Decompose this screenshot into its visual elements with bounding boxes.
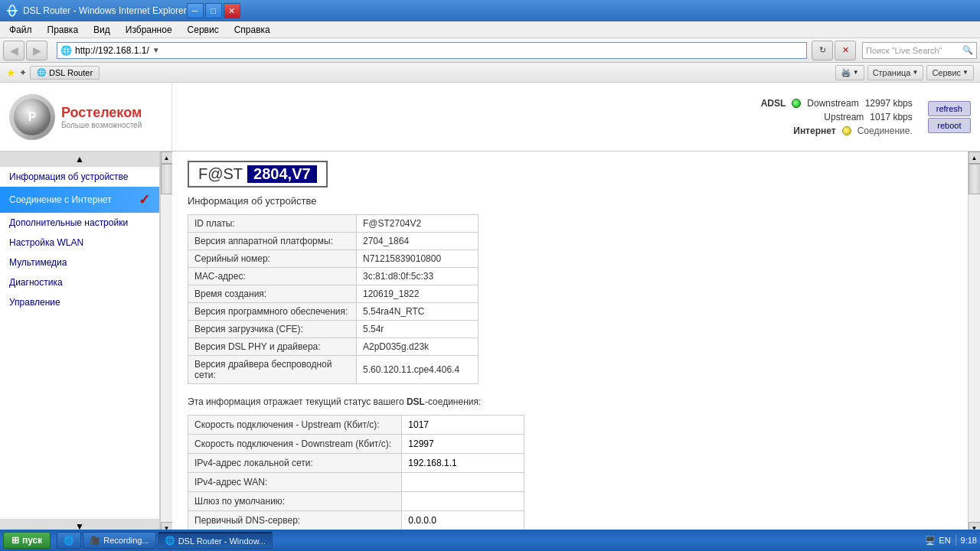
sidebar-scroll-up[interactable]: ▲ bbox=[0, 152, 159, 167]
refresh-button[interactable]: ↻ bbox=[812, 41, 833, 60]
dsl-info-text: Эта информация отражает текущий статус в… bbox=[188, 396, 952, 407]
titlebar: DSL Router - Windows Internet Explorer ─… bbox=[0, 0, 980, 21]
brand-name: Ростелеком bbox=[61, 105, 142, 121]
upstream-row: Upstream 1017 kbps bbox=[778, 112, 912, 122]
content-scrollbar[interactable]: ▲ ▼ bbox=[968, 152, 980, 534]
sidebar-item-multimedia[interactable]: Мультимедиа bbox=[0, 253, 159, 272]
fav-tab-label: DSL Router bbox=[49, 68, 93, 77]
maximize-button[interactable]: □ bbox=[205, 3, 222, 18]
taskbar-dsl-router[interactable]: 🌐 DSL Router - Window... bbox=[158, 532, 273, 549]
table-row: IPv4-адрес локальной сети: 192.168.1.1 bbox=[188, 454, 524, 473]
adsl-status-row: ADSL Downstream 12997 kbps bbox=[761, 98, 913, 109]
add-favorites-icon[interactable]: ✦ bbox=[19, 67, 27, 78]
field-value-6: 5.54r bbox=[357, 321, 479, 338]
table-row: ID платы: F@ST2704V2 bbox=[188, 215, 479, 233]
conn-label-4: Шлюз по умолчанию: bbox=[188, 492, 402, 511]
address-icon: 🌐 bbox=[60, 45, 72, 56]
internet-led bbox=[842, 126, 851, 135]
field-value-8: 5.60.120.11.cpe4.406.4 bbox=[357, 356, 479, 384]
taskbar: ⊞ пуск 🌐 🎥 Recording... 🌐 DSL Router - W… bbox=[0, 530, 980, 551]
field-label-5: Версия программного обеспечения: bbox=[188, 303, 357, 321]
fav-tab-icon: 🌐 bbox=[37, 68, 46, 77]
field-label-3: МАС-адрес: bbox=[188, 268, 357, 285]
table-row: Версия драйвера беспроводной сети: 5.60.… bbox=[188, 356, 479, 384]
field-value-5: 5.54ra4N_RTC bbox=[357, 303, 479, 321]
menu-view[interactable]: Вид bbox=[90, 23, 113, 37]
close-button[interactable]: ✕ bbox=[224, 3, 240, 18]
conn-label-1: Скорость подключения - Downstream (Кбит/… bbox=[188, 435, 402, 454]
conn-value-3 bbox=[402, 473, 524, 492]
minimize-button[interactable]: ─ bbox=[187, 3, 204, 18]
clock: 9:18 bbox=[961, 536, 977, 545]
stop-button[interactable]: ✕ bbox=[835, 41, 856, 60]
section-header: Информация об устройстве bbox=[188, 195, 952, 207]
content-scroll-up[interactable]: ▲ bbox=[969, 152, 981, 164]
menu-file[interactable]: Файл bbox=[6, 23, 35, 37]
menu-edit[interactable]: Правка bbox=[44, 23, 82, 37]
ie-icon-small: 🌐 bbox=[64, 536, 74, 546]
field-label-7: Версия DSL PHY и драйвера: bbox=[188, 338, 357, 356]
tray-separator bbox=[956, 535, 956, 546]
windows-icon: ⊞ bbox=[11, 535, 19, 546]
conn-value-2: 192.168.1.1 bbox=[402, 454, 524, 473]
page-button[interactable]: Страница ▼ bbox=[867, 65, 924, 80]
sidebar-scroll-thumb[interactable] bbox=[161, 164, 173, 194]
favorites-bar: ★ ✦ 🌐 DSL Router 🖨️ ▼ Страница ▼ Сервис … bbox=[0, 63, 980, 83]
start-label: пуск bbox=[22, 535, 42, 546]
favorites-star-icon[interactable]: ★ bbox=[6, 67, 16, 79]
conn-label-5: Первичный DNS-сервер: bbox=[188, 511, 402, 530]
sidebar-item-diagnostics[interactable]: Диагностика bbox=[0, 272, 159, 292]
menu-help[interactable]: Справка bbox=[231, 23, 273, 37]
connection-table: Скорость подключения - Upstream (Кбит/с)… bbox=[188, 415, 524, 534]
device-title-right: 2804,V7 bbox=[247, 165, 317, 183]
field-value-3: 3c:81:d8:0f:5c:33 bbox=[357, 268, 479, 285]
conn-value-5: 0.0.0.0 bbox=[402, 511, 524, 530]
sidebar-item-info[interactable]: Информация об устройстве bbox=[0, 167, 159, 187]
upstream-label: Upstream bbox=[824, 112, 864, 122]
address-bar[interactable]: 🌐 http://192.168.1.1/ ▼ bbox=[57, 42, 807, 59]
forward-button[interactable]: ▶ bbox=[26, 41, 47, 60]
table-row: Версия программного обеспечения: 5.54ra4… bbox=[188, 303, 479, 321]
conn-value-0: 1017 bbox=[402, 416, 524, 435]
favorites-tab[interactable]: 🌐 DSL Router bbox=[30, 66, 100, 80]
menubar: Файл Правка Вид Избранное Сервис Справка bbox=[0, 21, 980, 38]
sidebar-item-internet[interactable]: Соединение с Интернет ✓ bbox=[0, 187, 159, 213]
field-label-0: ID платы: bbox=[188, 215, 357, 233]
menu-favorites[interactable]: Избранное bbox=[122, 23, 175, 37]
conn-label-0: Скорость подключения - Upstream (Кбит/с)… bbox=[188, 416, 402, 435]
menu-tools[interactable]: Сервис bbox=[185, 23, 222, 37]
search-placeholder: Поиск "Live Search" bbox=[866, 46, 962, 55]
ie-icon bbox=[6, 5, 18, 17]
table-row: Скорость подключения - Upstream (Кбит/с)… bbox=[188, 416, 524, 435]
content-scroll-thumb[interactable] bbox=[969, 164, 981, 194]
address-text: http://192.168.1.1/ bbox=[75, 45, 149, 56]
active-checkmark: ✓ bbox=[139, 191, 150, 208]
sidebar-scroll-up-arrow[interactable]: ▲ bbox=[161, 152, 173, 164]
table-row: Шлюз по умолчанию: bbox=[188, 492, 524, 511]
field-value-1: 2704_1864 bbox=[357, 233, 479, 250]
print-button[interactable]: 🖨️ ▼ bbox=[835, 65, 864, 80]
internet-status-row: Интернет Соединение. bbox=[793, 126, 913, 136]
conn-label-3: IPv4-адрес WAN: bbox=[188, 473, 402, 492]
taskbar-ie-icon[interactable]: 🌐 bbox=[57, 532, 81, 549]
taskbar-recording[interactable]: 🎥 Recording... bbox=[83, 532, 155, 549]
reboot-button[interactable]: reboot bbox=[928, 118, 971, 133]
conn-label-2: IPv4-адрес локальной сети: bbox=[188, 454, 402, 473]
sidebar-scrollbar[interactable]: ▲ ▼ bbox=[160, 152, 172, 534]
sidebar-item-additional[interactable]: Дополнительные настройки bbox=[0, 213, 159, 233]
browser-title: DSL Router - Windows Internet Explorer bbox=[23, 5, 187, 16]
back-button[interactable]: ◀ bbox=[3, 41, 24, 60]
device-title-box: F@ST 2804,V7 bbox=[188, 161, 328, 187]
table-row: Скорость подключения - Downstream (Кбит/… bbox=[188, 435, 524, 454]
internet-label: Интернет bbox=[793, 126, 835, 136]
sidebar-item-wlan[interactable]: Настройка WLAN bbox=[0, 233, 159, 253]
network-tray-icon: 🖥️ bbox=[925, 536, 936, 546]
search-icon[interactable]: 🔍 bbox=[962, 45, 973, 55]
sidebar-item-management[interactable]: Управление bbox=[0, 292, 159, 312]
tools-button[interactable]: Сервис ▼ bbox=[926, 65, 974, 80]
search-box[interactable]: Поиск "Live Search" 🔍 bbox=[862, 42, 977, 59]
start-button[interactable]: ⊞ пуск bbox=[3, 532, 51, 549]
refresh-button[interactable]: refresh bbox=[928, 101, 971, 116]
connection-text: Соединение. bbox=[858, 126, 913, 136]
address-dropdown-icon[interactable]: ▼ bbox=[152, 46, 160, 54]
